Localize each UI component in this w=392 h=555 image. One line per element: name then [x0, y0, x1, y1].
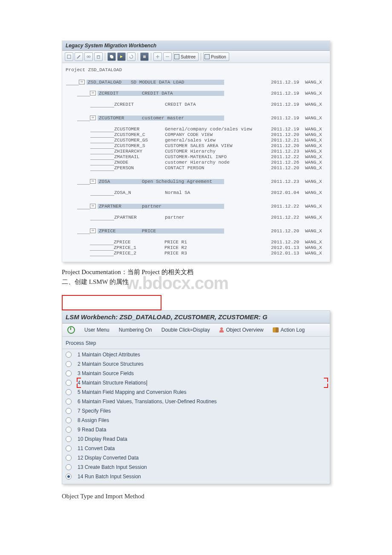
svg-rect-3 — [97, 56, 100, 58]
subtree-button[interactable]: Subtree — [173, 52, 199, 61]
step-label: 8 Assign Files — [78, 417, 109, 423]
radio-button[interactable] — [66, 352, 72, 358]
collapse-node-icon[interactable]: ▭ — [90, 91, 96, 95]
tools-icon[interactable] — [140, 52, 149, 61]
tree-leaf[interactable]: ZPRICE_2PRICE R32012.01.13WANG_X — [77, 250, 326, 256]
process-step-10[interactable]: 10 Display Read Data — [62, 434, 330, 444]
radio-button[interactable] — [66, 361, 72, 367]
tree-node-zpartner[interactable]: ▭ ZPARTNER partner 2011.12.22WANG_X — [77, 203, 326, 209]
window-title-2: LSM Workbench: ZSD_DATALOAD, ZCUSTOMER, … — [62, 311, 330, 324]
svg-rect-7 — [143, 55, 146, 58]
tree-leaf[interactable]: ZCREDIT CREDIT DATA 2011.12.19WANG_X — [77, 101, 326, 107]
window-title: Legacy System Migration Workbench — [62, 41, 330, 51]
radio-button[interactable] — [66, 417, 72, 423]
position-button[interactable]: Position — [203, 52, 229, 61]
process-step-list: 1 Maintain Object Attributes2 Maintain S… — [62, 349, 330, 484]
expand-icon[interactable] — [153, 52, 162, 61]
tree-leaf[interactable]: ZNODEcustomer Hierarchy node2011.12.26WA… — [77, 159, 326, 165]
radio-button[interactable] — [66, 408, 72, 414]
double-click-button[interactable]: Double Click=Display — [160, 326, 212, 334]
delete-icon[interactable] — [94, 52, 103, 61]
radio-button[interactable] — [66, 389, 72, 395]
separator — [138, 53, 138, 61]
tree-node-zcustomer[interactable]: ▭ ZCUSTOMER customer master 2011.12.19WA… — [77, 115, 326, 121]
radio-button[interactable] — [66, 380, 72, 386]
radio-button[interactable] — [66, 455, 72, 461]
tree-leaf[interactable]: ZMATERAILCUSTOMER-MATERAIL INFO2011.12.2… — [77, 154, 326, 159]
tree-leaf[interactable]: ZHIERARCHYCUSTOMER Hierarchy2011.12.23WA… — [77, 148, 326, 154]
svg-rect-0 — [67, 55, 71, 58]
user-menu-button[interactable]: User Menu — [83, 326, 111, 334]
step-label: 10 Display Read Data — [78, 436, 127, 442]
collapse-node-icon[interactable]: ▭ — [90, 179, 96, 184]
radio-button[interactable] — [66, 464, 72, 470]
separator — [105, 53, 105, 61]
position-icon — [205, 54, 210, 59]
section-header: Process Step — [62, 337, 330, 349]
process-step-13[interactable]: 13 Create Batch Input Session — [62, 462, 330, 472]
process-step-4[interactable]: 4 Maintain Structure Relations — [62, 378, 330, 387]
process-step-11[interactable]: 11 Convert Data — [62, 444, 330, 453]
tree-root[interactable]: ▭ ZSD_DATALOAD SD MODULE DATA LOAD 2011.… — [66, 79, 326, 85]
collapse-node-icon[interactable]: ▭ — [90, 228, 96, 233]
svg-point-1 — [87, 56, 89, 58]
tree-node-zcredit[interactable]: ▭ ZCREDIT CREDIT DATA 2011.12.19WANG_X — [77, 90, 326, 96]
action-log-button[interactable]: Action Log — [271, 326, 306, 334]
glasses-icon[interactable] — [84, 52, 93, 61]
numbering-button[interactable]: Numbering On — [117, 326, 154, 334]
book-icon — [273, 327, 279, 332]
process-step-8[interactable]: 8 Assign Files — [62, 416, 330, 425]
step-label: 14 Run Batch Input Session — [78, 474, 141, 480]
object-overview-button[interactable]: Object Overview — [217, 326, 265, 334]
radio-button[interactable] — [66, 445, 72, 451]
step-label: 12 Display Converted Data — [78, 455, 138, 461]
radio-button[interactable] — [66, 427, 72, 433]
step-label: 1 Maintain Object Attributes — [78, 352, 140, 358]
svg-point-2 — [89, 56, 90, 58]
tree-leaf[interactable]: ZPERSONCONTACT PERSON2011.12.20WANG_X — [77, 165, 326, 171]
process-step-9[interactable]: 9 Read Data — [62, 425, 330, 434]
toolbar-2: User Menu Numbering On Double Click=Disp… — [62, 324, 330, 337]
tree-leaf[interactable]: ZCUSTOMER_GSgeneral/sales view2011.12.21… — [77, 137, 326, 143]
radio-button[interactable] — [66, 370, 72, 376]
process-step-7[interactable]: 7 Specify Files — [62, 406, 330, 416]
copy-icon[interactable] — [107, 52, 116, 61]
step-label: 5 Maintain Field Mapping and Conversion … — [78, 389, 186, 395]
process-step-1[interactable]: 1 Maintain Object Attributes — [62, 350, 330, 359]
tree-leaf[interactable]: ZOSA_NNormal SA2012.01.04WANG_X — [77, 190, 326, 195]
tree-leaf[interactable]: ZCUSTOMERGeneral/company code/sales view… — [77, 126, 326, 132]
process-step-2[interactable]: 2 Maintain Source Structures — [62, 359, 330, 369]
tree-node-zprice[interactable]: ▭ ZPRICE PRICE 2011.12.20WANG_X — [77, 228, 326, 234]
tree-leaf[interactable]: ZCUSTOMER_CCOMPANY CODE VIEW2011.12.20WA… — [77, 132, 326, 137]
step-label: 3 Maintain Source Fields — [78, 370, 134, 376]
collapse-node-icon[interactable]: ▭ — [79, 80, 85, 84]
radio-button[interactable] — [66, 399, 72, 405]
refresh-icon[interactable] — [127, 52, 135, 61]
tree-leaf[interactable]: ZPRICEPRICE R12011.12.20WANG_X — [77, 239, 326, 245]
process-step-3[interactable]: 3 Maintain Source Fields — [62, 369, 330, 378]
process-step-6[interactable]: 6 Maintain Fixed Values, Translations, U… — [62, 397, 330, 406]
step-label: 9 Read Data — [78, 427, 106, 433]
step-label: 4 Maintain Structure Relations — [78, 380, 147, 386]
execute-icon[interactable] — [117, 52, 126, 61]
person-icon — [219, 327, 224, 332]
project-label: Project ZSD_DATALOAD — [66, 67, 326, 72]
radio-button[interactable] — [66, 436, 72, 442]
tree-leaf[interactable]: ZPARTNERpartner2011.12.22WANG_X — [77, 214, 326, 220]
process-step-5[interactable]: 5 Maintain Field Mapping and Conversion … — [62, 387, 330, 397]
tree-leaf[interactable]: ZPRICE_1PRICE R22012.01.13WANG_X — [77, 245, 326, 250]
process-step-14[interactable]: 14 Run Batch Input Session — [62, 472, 330, 481]
edit-icon[interactable] — [75, 52, 83, 61]
create-icon[interactable] — [65, 52, 73, 61]
radio-button[interactable] — [66, 474, 72, 480]
step-label: 7 Specify Files — [78, 408, 111, 414]
svg-rect-6 — [111, 56, 113, 58]
tree-leaf[interactable]: ZCUSTOMER_SCUSTOMER SALES AREA VIEW2011.… — [77, 143, 326, 148]
collapse-icon[interactable] — [163, 52, 172, 61]
collapse-node-icon[interactable]: ▭ — [90, 204, 96, 208]
collapse-node-icon[interactable]: ▭ — [90, 116, 96, 120]
separator — [151, 53, 151, 61]
tree-node-zosa[interactable]: ▭ ZOSA Open Scheduling Agreement 2011.12… — [77, 179, 326, 184]
execute-button[interactable] — [66, 325, 77, 335]
process-step-12[interactable]: 12 Display Converted Data — [62, 453, 330, 462]
